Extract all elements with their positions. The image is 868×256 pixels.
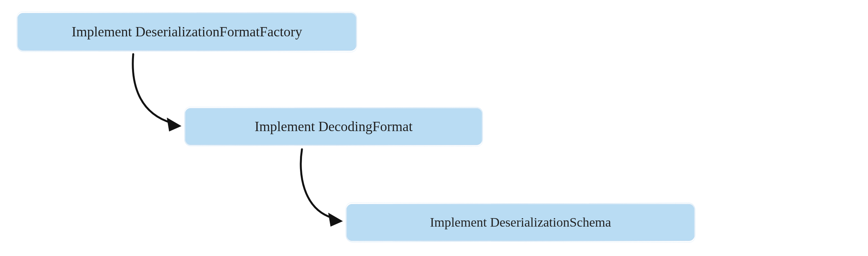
diagram-canvas: Implement DeserializationFormatFactory I…: [0, 0, 868, 256]
node-label: Implement DeserializationSchema: [430, 215, 611, 230]
diagram-edge-step2-step3: [301, 149, 343, 227]
diagram-node-step1: Implement DeserializationFormatFactory: [18, 13, 356, 50]
node-label: Implement DeserializationFormatFactory: [72, 24, 302, 40]
diagram-node-step2: Implement DecodingFormat: [185, 108, 482, 145]
diagram-edge-step1-step2: [133, 54, 181, 131]
diagram-node-step3: Implement DeserializationSchema: [347, 204, 694, 241]
node-label: Implement DecodingFormat: [255, 118, 413, 135]
